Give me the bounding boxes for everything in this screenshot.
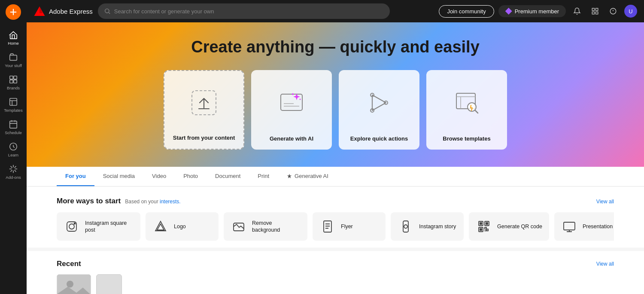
- recent-thumb-image-icon: [57, 275, 91, 294]
- quick-action-instagram-square[interactable]: Instagram square post: [57, 212, 140, 241]
- tab-for-you[interactable]: For you: [57, 167, 94, 186]
- quick-action-logo-label: Logo: [174, 223, 186, 230]
- tabs-bar: For you Social media Video Photo Documen…: [27, 167, 644, 187]
- generative-ai-tab-icon: [286, 173, 292, 179]
- recent-items-list: [57, 274, 614, 294]
- header-actions: Join community Premium member U: [439, 4, 637, 18]
- svg-point-10: [105, 9, 109, 13]
- quick-action-logo[interactable]: Logo: [146, 212, 219, 241]
- quick-action-remove-background[interactable]: Remove background: [224, 212, 307, 241]
- folder-icon: [9, 52, 18, 62]
- sidebar-item-your-stuff-label: Your stuff: [5, 63, 22, 68]
- svg-rect-3: [10, 80, 13, 83]
- more-ways-section: More ways to start Based on your interes…: [27, 187, 644, 248]
- logo-action-icon: [152, 218, 169, 235]
- premium-member-button[interactable]: Premium member: [498, 5, 566, 17]
- sidebar-item-learn[interactable]: Learn: [0, 138, 27, 161]
- hero-card-start-label: Start from your content: [173, 135, 235, 141]
- add-new-button[interactable]: [6, 4, 21, 20]
- instagram-square-icon: [64, 218, 80, 235]
- hero-card-generate-ai[interactable]: Generate with AI: [251, 70, 332, 150]
- addons-icon: [9, 164, 18, 174]
- svg-point-26: [69, 224, 74, 229]
- apps-button[interactable]: [588, 4, 602, 18]
- recent-view-all-button[interactable]: View all: [596, 261, 614, 267]
- tab-generative-ai[interactable]: Generative AI: [278, 167, 337, 186]
- hero-card-browse-templates[interactable]: Browse templates: [426, 70, 507, 150]
- qr-code-action-icon: [476, 218, 492, 235]
- quick-action-qr-code[interactable]: Generate QR code: [469, 212, 549, 241]
- sidebar-item-brands[interactable]: Brands: [0, 71, 27, 94]
- main-content: Adobe Express Join community Premium mem…: [27, 0, 644, 294]
- svg-point-18: [292, 93, 294, 95]
- alerts-button[interactable]: [606, 4, 620, 18]
- tab-photo[interactable]: Photo: [175, 167, 207, 186]
- quick-action-remove-bg-label: Remove background: [252, 220, 301, 234]
- content-area: Create anything — quickly and easily Sta…: [27, 22, 644, 294]
- quick-action-flyer[interactable]: Flyer: [313, 212, 386, 241]
- interests-link[interactable]: interests.: [160, 199, 181, 205]
- quick-action-presentation[interactable]: Presentation: [554, 212, 614, 241]
- join-community-button[interactable]: Join community: [439, 5, 494, 18]
- sidebar-item-add-ons-label: Add-ons: [6, 175, 21, 180]
- sidebar-item-schedule[interactable]: Schedule: [0, 116, 27, 138]
- hero-card-start-from-content[interactable]: Start from your content: [164, 70, 244, 150]
- recent-section: Recent View all: [27, 251, 644, 294]
- hero-card-quick-actions-label: Explore quick actions: [350, 135, 408, 142]
- recent-item-2[interactable]: [96, 274, 122, 294]
- avatar[interactable]: U: [624, 5, 637, 18]
- sidebar-item-schedule-label: Schedule: [5, 130, 22, 135]
- premium-diamond-icon: [505, 8, 512, 15]
- search-bar[interactable]: [98, 3, 390, 19]
- quick-action-instagram-story[interactable]: Instagram story: [391, 212, 464, 241]
- search-icon: [104, 8, 111, 15]
- alert-icon: [609, 7, 617, 15]
- notifications-button[interactable]: [570, 4, 584, 18]
- quick-actions-icon: [339, 70, 419, 135]
- quick-action-qr-label: Generate QR code: [497, 223, 542, 230]
- tab-video[interactable]: Video: [143, 167, 175, 186]
- hero-card-quick-actions[interactable]: Explore quick actions: [339, 70, 419, 150]
- svg-rect-2: [14, 76, 17, 79]
- apps-icon: [591, 7, 599, 15]
- more-ways-header: More ways to start Based on your interes…: [57, 197, 614, 205]
- quick-action-flyer-label: Flyer: [341, 223, 353, 230]
- browse-templates-icon: [426, 70, 507, 135]
- sidebar-item-home-label: Home: [8, 41, 18, 46]
- remove-bg-action-icon: [231, 218, 247, 235]
- instagram-story-icon: [398, 218, 414, 235]
- more-ways-view-all-button[interactable]: View all: [596, 199, 614, 205]
- search-input[interactable]: [114, 8, 384, 15]
- sidebar-item-add-ons[interactable]: Add-ons: [0, 161, 27, 183]
- svg-rect-39: [480, 228, 482, 231]
- sidebar-item-your-stuff[interactable]: Your stuff: [0, 49, 27, 71]
- app-logo: Adobe Express: [33, 5, 93, 17]
- recent-header: Recent View all: [57, 260, 614, 268]
- sidebar-item-templates[interactable]: Templates: [0, 94, 27, 116]
- sidebar-item-home[interactable]: Home: [0, 27, 27, 49]
- presentation-action-icon: [561, 218, 577, 235]
- templates-icon: [9, 97, 18, 107]
- hero-cards: Start from your content: [164, 70, 507, 150]
- svg-rect-0: [10, 55, 17, 60]
- quick-action-instagram-square-label: Instagram square post: [85, 220, 134, 234]
- learn-icon: [9, 142, 18, 151]
- svg-rect-5: [10, 98, 17, 106]
- more-ways-title: More ways to start: [57, 197, 121, 205]
- adobe-logo-icon: [33, 5, 46, 17]
- tab-document[interactable]: Document: [207, 167, 249, 186]
- tab-social-media[interactable]: Social media: [94, 167, 143, 186]
- svg-rect-12: [596, 8, 598, 10]
- hero-title: Create anything — quickly and easily: [191, 38, 480, 56]
- svg-rect-4: [14, 80, 17, 83]
- premium-label: Premium member: [515, 8, 559, 15]
- upload-cloud-icon: [164, 71, 243, 135]
- svg-rect-14: [596, 12, 598, 14]
- recent-item-1[interactable]: [57, 274, 91, 294]
- tab-print[interactable]: Print: [249, 167, 278, 186]
- svg-point-44: [67, 281, 73, 288]
- header: Adobe Express Join community Premium mem…: [27, 0, 644, 22]
- hero-section: Create anything — quickly and easily Sta…: [27, 22, 644, 167]
- hero-card-browse-label: Browse templates: [443, 135, 490, 142]
- svg-rect-38: [486, 222, 488, 225]
